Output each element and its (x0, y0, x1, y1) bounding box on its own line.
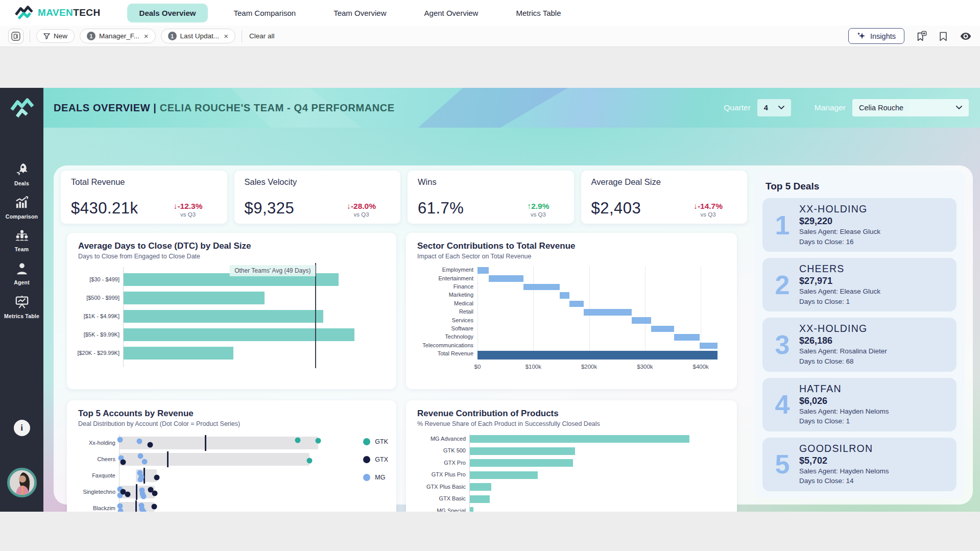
filter-chip-manager-f-[interactable]: 1Manager_F...× (80, 29, 156, 43)
quarter-select[interactable]: 4 (757, 99, 791, 116)
deal-company: XX-HOLDING (799, 203, 880, 215)
sidebar-logo-icon[interactable] (9, 98, 35, 118)
kpi-delta: ↓-28.0%vs Q3 (347, 202, 390, 218)
deal-dot-mg[interactable] (117, 437, 123, 442)
sidebar-item-deals[interactable]: Deals (0, 162, 43, 186)
waterfall-bar-technology[interactable] (674, 334, 700, 341)
deal-rank: 5 (766, 449, 799, 480)
bar-gtx-pro[interactable] (470, 459, 573, 467)
category-label: Total Revenue (413, 350, 473, 356)
insights-button[interactable]: Insights (848, 28, 904, 44)
waterfall-bar-retail[interactable] (584, 309, 632, 316)
comparison-chart-icon (15, 196, 29, 211)
sidebar-item-comparison[interactable]: Comparison (0, 196, 43, 220)
waterfall-bar-software[interactable] (651, 326, 674, 332)
gridline (477, 266, 478, 359)
deal-card-5[interactable]: 5GOODSILRON$5,702Sales Agent: Hayden Nel… (762, 438, 957, 491)
new-filter-chip[interactable]: New (36, 29, 75, 43)
deal-card-3[interactable]: 3XX-HOLDING$26,186Sales Agent: Rosalina … (762, 318, 957, 371)
bar-gtk-500[interactable] (470, 447, 575, 455)
kpi-vs-label: vs Q3 (174, 211, 203, 218)
brand-text: MAVENTECH (38, 7, 101, 18)
deal-dot-gtx[interactable] (154, 474, 160, 480)
chart-plot: EmploymentEntertainmentFinanceMarketingM… (477, 266, 718, 359)
bar-mg-advanced[interactable] (470, 435, 689, 443)
deal-card-4[interactable]: 4HATFAN$6,026Sales Agent: Hayden NelomsD… (762, 378, 957, 432)
bar-gtx-basic[interactable] (470, 495, 490, 503)
category-label: Marketing (413, 292, 473, 298)
legend-item-gtk: GTK (363, 438, 388, 445)
chart-avg-days-to-close: Average Days to Close (DTC) by Deal Size… (67, 233, 396, 389)
category-label: Retail (413, 308, 473, 315)
category-label: Singletechno (75, 489, 115, 495)
deal-company: GOODSILRON (799, 443, 889, 454)
funnel-icon (43, 33, 50, 39)
bar-mg-special[interactable] (470, 507, 473, 512)
sidebar-item-label: Metrics Table (4, 313, 39, 319)
bar--5k-9-99k-[interactable] (124, 328, 354, 341)
waterfall-bar-services[interactable] (632, 317, 651, 324)
waterfall-bar-entertainment[interactable] (489, 275, 523, 282)
nav-tab-metrics-table[interactable]: Metrics Table (504, 4, 573, 22)
avatar[interactable] (7, 468, 37, 497)
insights-label: Insights (870, 32, 896, 40)
remove-filter-icon[interactable]: × (224, 32, 228, 40)
dashboard-background: Total Revenue$430.21k↓-12.3%vs Q3Sales V… (43, 128, 980, 512)
deal-dot-gtk[interactable] (307, 458, 313, 463)
filter-chip-last-updat-[interactable]: 1Last Updat...× (161, 29, 235, 43)
sidebar-item-team[interactable]: Team (0, 229, 43, 252)
bar--500-999-[interactable] (124, 292, 265, 304)
team-icon (15, 229, 29, 244)
deal-dot-mg[interactable] (140, 493, 146, 499)
manager-select[interactable]: Celia Rouche (852, 99, 969, 116)
bar-gtx-plus-pro[interactable] (470, 471, 538, 479)
legend-dot (363, 438, 370, 445)
nav-tab-deals-overview[interactable]: Deals Overview (127, 4, 208, 22)
waterfall-bar-telecommunications[interactable] (700, 343, 718, 349)
deal-card-1[interactable]: 1XX-HOLDING$29,220Sales Agent: Elease Gl… (762, 198, 957, 252)
bar-gtx-plus-basic[interactable] (470, 483, 491, 491)
pages-panel-button[interactable] (8, 29, 23, 44)
waterfall-bar-medical[interactable] (569, 301, 583, 307)
nav-tab-agent-overview[interactable]: Agent Overview (412, 4, 491, 22)
sidebar-item-agent[interactable]: Agent (0, 262, 43, 285)
sidebar-item-metrics-table[interactable]: Metrics Table (0, 295, 43, 319)
waterfall-bar-marketing[interactable] (560, 292, 570, 299)
waterfall-bar-employment[interactable] (477, 267, 489, 274)
bar--20k-29-99k-[interactable] (124, 347, 233, 360)
clear-all-button[interactable]: Clear all (249, 32, 275, 40)
deal-dot-gtk[interactable] (295, 437, 301, 443)
deal-dot-gtx[interactable] (120, 459, 126, 465)
deal-dot-gtk[interactable] (316, 438, 321, 443)
waterfall-bar-total-revenue[interactable] (477, 351, 718, 360)
kpi-label: Total Revenue (71, 177, 217, 187)
deal-card-2[interactable]: 2CHEERS$27,971Sales Agent: Elease GluckD… (762, 258, 957, 312)
deal-dot-mg[interactable] (136, 438, 142, 444)
deal-dot-gtx[interactable] (152, 490, 158, 496)
app-logo[interactable]: MAVENTECH (14, 6, 101, 20)
view-button[interactable] (960, 30, 972, 42)
deal-dot-mg[interactable] (140, 509, 146, 512)
bar--1k-4-99k-[interactable] (124, 310, 323, 323)
deal-dot-mg[interactable] (138, 476, 144, 482)
top-deals-title: Top 5 Deals (766, 181, 957, 192)
dashboard-header: DEALS OVERVIEW | CELIA ROUCHE'S TEAM - Q… (43, 88, 980, 128)
bookmark-button[interactable] (938, 31, 948, 41)
remove-filter-icon[interactable]: × (144, 32, 149, 40)
info-button[interactable]: i (14, 420, 30, 436)
filter-chip-label: Manager_F... (99, 32, 139, 40)
maventech-logo-icon (14, 6, 34, 20)
deal-dot-mg[interactable] (142, 459, 148, 464)
deal-dot-gtx[interactable] (152, 504, 157, 509)
reference-line (315, 263, 316, 368)
bookmark-add-button[interactable] (916, 31, 927, 42)
deal-dot-gtx[interactable] (148, 442, 153, 447)
chart-sector-contributions: Sector Contributions to Total RevenueImp… (406, 233, 737, 389)
deal-dot-gtx[interactable] (125, 491, 131, 497)
deal-dot-mg[interactable] (118, 508, 124, 512)
deal-rank: 2 (766, 270, 799, 300)
deal-dot-mg[interactable] (138, 453, 144, 459)
nav-tab-team-comparison[interactable]: Team Comparison (221, 4, 308, 22)
nav-tab-team-overview[interactable]: Team Overview (321, 4, 398, 22)
waterfall-bar-finance[interactable] (523, 284, 560, 291)
